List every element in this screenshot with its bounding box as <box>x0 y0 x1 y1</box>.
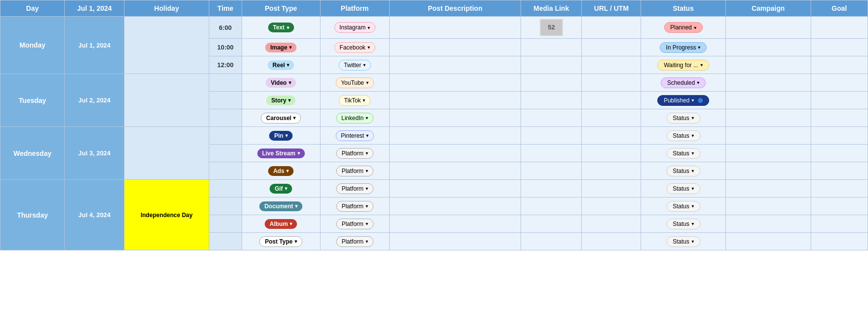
status-button[interactable]: Waiting for ... ▾ <box>657 60 709 71</box>
status-button[interactable]: Status ▾ <box>667 148 700 159</box>
platform-button[interactable]: Platform ▾ <box>336 166 373 176</box>
time-cell: 12:00 <box>209 56 242 74</box>
dropdown-arrow: ▾ <box>368 25 370 30</box>
post-description-cell <box>389 74 521 92</box>
table-header: Day Jul 1, 2024 Holiday Time Post Type P… <box>0 0 868 17</box>
campaign-cell <box>725 17 811 39</box>
campaign-cell <box>725 145 811 162</box>
platform-button[interactable]: Platform ▾ <box>336 201 373 212</box>
status-button[interactable]: Scheduled ▾ <box>661 77 706 88</box>
date-cell: Jul 2, 2024 <box>65 74 124 127</box>
status-button[interactable]: Status ▾ <box>667 201 700 212</box>
status-button[interactable]: Status ▾ <box>667 236 700 247</box>
status-button[interactable]: Status ▾ <box>667 166 700 176</box>
table-row: WednesdayJul 3, 2024Pin ▾Pinterest ▾Stat… <box>0 127 868 145</box>
post-type-cell: Reel ▾ <box>242 56 320 74</box>
dropdown-arrow: ▾ <box>293 115 296 121</box>
platform-button[interactable]: Platform ▾ <box>336 236 373 247</box>
time-cell <box>209 109 242 127</box>
col-media-link: Media Link <box>521 0 582 17</box>
dropdown-arrow: ▾ <box>700 62 703 68</box>
status-cell: Status ▾ <box>641 180 725 198</box>
post-type-cell: Video ▾ <box>242 74 320 92</box>
campaign-cell <box>725 109 811 127</box>
table-row: TuesdayJul 2, 2024Video ▾YouTube ▾Schedu… <box>0 74 868 92</box>
post-description-cell <box>389 127 521 145</box>
status-cell: Published ▾ <box>641 92 725 109</box>
post-type-button[interactable]: Ads ▾ <box>268 166 294 176</box>
post-type-button[interactable]: Pin ▾ <box>269 131 293 141</box>
status-button[interactable]: Status ▾ <box>667 130 700 141</box>
time-cell <box>209 198 242 215</box>
post-type-button[interactable]: Live Stream ▾ <box>257 148 305 158</box>
post-type-cell: Gif ▾ <box>242 180 320 198</box>
time-cell <box>209 162 242 180</box>
status-button[interactable]: In Progress ▾ <box>660 42 707 53</box>
post-description-cell <box>389 162 521 180</box>
status-cell: Planned ▾ <box>641 17 725 39</box>
dropdown-arrow: ▾ <box>692 168 694 173</box>
post-description-cell <box>389 215 521 233</box>
post-type-button[interactable]: Carousel ▾ <box>261 113 301 123</box>
col-url-utm: URL / UTM <box>582 0 641 17</box>
status-button[interactable]: Published ▾ <box>657 95 709 106</box>
post-type-button[interactable]: Video ▾ <box>266 78 296 88</box>
time-cell <box>209 74 242 92</box>
post-type-button[interactable]: Story ▾ <box>266 96 296 105</box>
dropdown-arrow: ▾ <box>285 186 287 191</box>
platform-button[interactable]: YouTube ▾ <box>336 77 374 88</box>
post-type-cell: Carousel ▾ <box>242 109 320 127</box>
time-cell: 10:00 <box>209 39 242 56</box>
goal-cell <box>811 198 868 215</box>
dropdown-arrow: ▾ <box>366 239 368 244</box>
status-cell: Waiting for ... ▾ <box>641 56 725 74</box>
time-cell <box>209 145 242 162</box>
platform-button[interactable]: TikTok ▾ <box>339 95 371 106</box>
goal-cell <box>811 162 868 180</box>
post-type-cell: Album ▾ <box>242 215 320 233</box>
day-cell: Wednesday <box>0 127 65 180</box>
status-button[interactable]: Planned ▾ <box>664 22 703 33</box>
media-thumbnail[interactable]: 52 <box>540 19 563 36</box>
goal-cell <box>811 127 868 145</box>
platform-button[interactable]: Facebook ▾ <box>334 42 375 53</box>
dropdown-arrow: ▾ <box>692 186 694 191</box>
status-button[interactable]: Status ▾ <box>667 113 700 123</box>
platform-cell: Facebook ▾ <box>320 39 389 56</box>
post-type-button[interactable]: Image ▾ <box>265 43 297 52</box>
campaign-cell <box>725 180 811 198</box>
status-button[interactable]: Status ▾ <box>667 183 700 194</box>
post-type-button[interactable]: Document ▾ <box>259 201 302 211</box>
media-link-cell <box>521 162 582 180</box>
post-type-button[interactable]: Album ▾ <box>265 219 297 229</box>
status-button[interactable]: Status ▾ <box>667 219 700 229</box>
platform-button[interactable]: Platform ▾ <box>336 148 373 159</box>
holiday-cell <box>124 17 209 74</box>
post-type-button[interactable]: Post Type ▾ <box>259 236 302 247</box>
media-link-cell <box>521 198 582 215</box>
col-status: Status <box>641 0 725 17</box>
platform-button[interactable]: Twitter ▾ <box>339 60 371 71</box>
col-platform: Platform <box>320 0 389 17</box>
campaign-cell <box>725 162 811 180</box>
url-utm-cell <box>582 215 641 233</box>
post-type-button[interactable]: Text ▾ <box>268 23 294 32</box>
platform-cell: TikTok ▾ <box>320 92 389 109</box>
post-type-button[interactable]: Gif ▾ <box>270 184 292 194</box>
platform-button[interactable]: Instagram ▾ <box>334 22 375 33</box>
goal-cell <box>811 74 868 92</box>
dropdown-arrow: ▾ <box>288 98 291 103</box>
col-day: Day <box>0 0 65 17</box>
url-utm-cell <box>582 92 641 109</box>
notification-dot <box>698 98 703 103</box>
platform-button[interactable]: Platform ▾ <box>336 219 373 229</box>
platform-button[interactable]: Platform ▾ <box>336 183 373 194</box>
post-type-button[interactable]: Reel ▾ <box>268 60 294 70</box>
media-link-cell <box>521 39 582 56</box>
dropdown-arrow: ▾ <box>287 25 289 30</box>
dropdown-arrow: ▾ <box>697 80 699 85</box>
platform-button[interactable]: Pinterest ▾ <box>336 130 374 141</box>
holiday-cell: Independence Day <box>124 180 209 250</box>
goal-cell <box>811 233 868 250</box>
platform-button[interactable]: LinkedIn ▾ <box>336 113 373 123</box>
